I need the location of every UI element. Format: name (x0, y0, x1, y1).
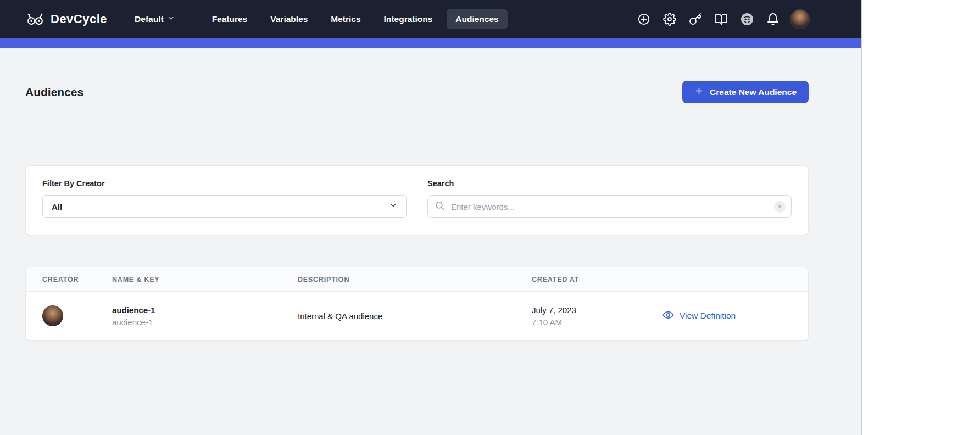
brand-logo-link[interactable]: DevCycle (25, 11, 107, 27)
description-cell: Internal & QA audience (298, 311, 532, 321)
page-header: Audiences Create New Audience (25, 48, 809, 118)
created-at-cell: July 7, 2023 7:10 AM (532, 305, 662, 327)
actions-cell: View Definition (662, 309, 792, 323)
chevron-down-icon (389, 202, 397, 211)
nav-item-variables[interactable]: Variables (261, 9, 316, 29)
search-field: Search ✕ (427, 179, 792, 218)
nav-item-features[interactable]: Features (203, 9, 257, 29)
primary-navigation: Features Variables Metrics Integrations … (203, 9, 508, 29)
column-header-creator: CREATOR (42, 276, 112, 283)
view-definition-link[interactable]: View Definition (662, 309, 736, 323)
search-input[interactable] (450, 202, 769, 212)
creator-cell (42, 305, 112, 326)
top-navbar: DevCycle Default Features Variables Metr… (0, 0, 861, 38)
column-header-name-key: NAME & KEY (112, 276, 298, 283)
creator-filter-label: Filter By Creator (42, 179, 407, 188)
created-date: July 7, 2023 (532, 305, 662, 315)
project-selector-dropdown[interactable]: Default (131, 10, 178, 29)
creator-filter-value: All (52, 202, 62, 211)
search-box: ✕ (427, 195, 792, 218)
nav-item-metrics[interactable]: Metrics (322, 9, 369, 29)
clear-search-button[interactable]: ✕ (774, 201, 786, 213)
book-icon[interactable] (712, 10, 730, 28)
created-time: 7:10 AM (532, 317, 662, 327)
page-content: Audiences Create New Audience Filter By … (0, 48, 861, 341)
navbar-actions (635, 9, 810, 29)
brand-name: DevCycle (51, 12, 107, 26)
name-key-cell: audience-1 audience-1 (112, 305, 298, 327)
discord-icon[interactable] (738, 10, 756, 28)
user-avatar[interactable] (790, 9, 810, 29)
accent-bar (0, 38, 861, 48)
app-window: DevCycle Default Features Variables Metr… (0, 0, 862, 435)
eye-icon (662, 309, 674, 323)
creator-avatar (42, 305, 63, 326)
filter-card: Filter By Creator All Search (25, 165, 809, 235)
project-selector-value: Default (135, 14, 164, 24)
column-header-created-at: CREATED AT (532, 276, 662, 283)
search-label: Search (427, 179, 792, 188)
column-header-description: DESCRIPTION (298, 276, 532, 283)
nav-item-audiences[interactable]: Audiences (447, 9, 507, 29)
audiences-table: CREATOR NAME & KEY DESCRIPTION CREATED A… (25, 267, 809, 341)
audience-name: audience-1 (112, 305, 298, 315)
devcycle-robot-icon (25, 11, 45, 27)
search-icon (435, 200, 445, 213)
table-row: audience-1 audience-1 Internal & QA audi… (26, 292, 808, 340)
nav-item-integrations[interactable]: Integrations (375, 9, 442, 29)
table-header-row: CREATOR NAME & KEY DESCRIPTION CREATED A… (26, 267, 808, 292)
page-title: Audiences (25, 86, 83, 99)
plus-circle-icon[interactable] (635, 10, 653, 28)
gear-icon[interactable] (661, 10, 678, 28)
audience-key: audience-1 (112, 317, 298, 327)
create-button-label: Create New Audience (710, 87, 797, 97)
plus-icon (694, 86, 704, 98)
chevron-down-icon (168, 14, 175, 24)
key-icon[interactable] (687, 10, 704, 28)
creator-filter-field: Filter By Creator All (42, 179, 407, 218)
create-new-audience-button[interactable]: Create New Audience (682, 81, 809, 103)
view-definition-label: View Definition (680, 311, 736, 321)
creator-filter-select[interactable]: All (42, 195, 407, 218)
bell-icon[interactable] (764, 10, 782, 28)
